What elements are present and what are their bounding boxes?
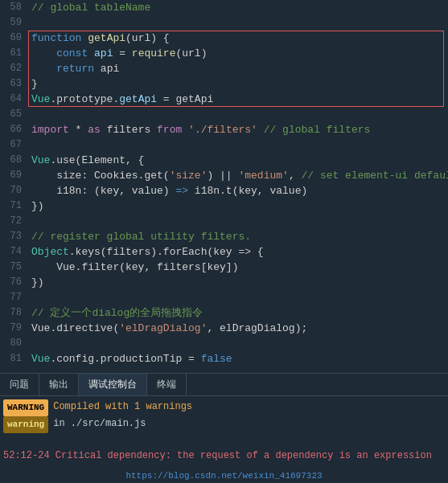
code-line-71: 71 }) <box>0 199 448 214</box>
line-num: 74 <box>0 244 28 260</box>
code-line-75: 75 Vue.filter(key, filters[key]) <box>0 260 448 275</box>
line-num: 65 <box>0 107 28 122</box>
line-content: return api <box>28 61 448 76</box>
watermark-url: https://blog.csdn.net/weixin_41697323 <box>125 471 322 481</box>
line-num: 68 <box>0 153 28 168</box>
tab-label: 终端 <box>157 378 176 391</box>
line-content: } <box>28 76 448 92</box>
console-line-1: WARNING Compiled with 1 warnings <box>0 399 448 416</box>
line-num: 75 <box>0 260 28 275</box>
line-num: 80 <box>0 336 28 351</box>
line-content: Vue.config.productionTip = false <box>28 351 448 366</box>
line-content: i18n: (key, value) => i18n.t(key, value) <box>28 183 448 199</box>
watermark: https://blog.csdn.net/weixin_41697323 <box>0 469 448 483</box>
code-line-68: 68 Vue.use(Element, { <box>0 153 448 168</box>
line-num: 69 <box>0 168 28 183</box>
code-line-65: 65 <box>0 107 448 122</box>
line-num: 62 <box>0 61 28 76</box>
line-num: 61 <box>0 46 28 61</box>
code-line-61: 61 const api = require(url) <box>0 46 448 61</box>
line-num: 81 <box>0 351 28 366</box>
code-line-66: 66 import * as filters from './filters' … <box>0 122 448 137</box>
line-content: }) <box>28 199 448 214</box>
console-line-4: 52:12-24 Critical dependency: the reques… <box>0 448 448 464</box>
line-content: // 定义一个dialog的全局拖拽指令 <box>28 305 448 321</box>
line-content: }) <box>28 275 448 290</box>
console-line-2: warning in ./src/main.js <box>0 416 448 433</box>
line-content: Vue.use(Element, { <box>28 153 448 168</box>
code-editor: 58 // global tableName 59 60 function ge… <box>0 0 448 373</box>
line-num: 79 <box>0 321 28 336</box>
line-num: 66 <box>0 122 28 137</box>
tab-problems[interactable]: 问题 <box>0 374 39 395</box>
console-text-warning: Compiled with 1 warnings <box>53 399 192 415</box>
tab-terminal[interactable]: 终端 <box>147 374 187 395</box>
code-line-70: 70 i18n: (key, value) => i18n.t(key, val… <box>0 183 448 199</box>
line-content: const api = require(url) <box>28 46 448 61</box>
line-content: size: Cookies.get('size') || 'medium', /… <box>28 168 448 183</box>
tab-debug-console[interactable]: 调试控制台 <box>79 374 147 395</box>
code-line-72: 72 <box>0 214 448 229</box>
console-content: WARNING Compiled with 1 warnings warning… <box>0 396 448 469</box>
code-line-60: 60 function getApi(url) { <box>0 31 448 46</box>
code-line-64: 64 Vue.prototype.getApi = getApi <box>0 92 448 107</box>
code-line-79: 79 Vue.directive('elDragDialog', elDragD… <box>0 321 448 336</box>
line-num: 67 <box>0 137 28 153</box>
line-content: // global tableName <box>28 0 448 15</box>
code-line-58: 58 // global tableName <box>0 0 448 15</box>
code-line-77: 77 <box>0 290 448 305</box>
tab-label: 调试控制台 <box>88 378 137 391</box>
line-num: 70 <box>0 183 28 199</box>
line-num: 64 <box>0 92 28 107</box>
line-num: 76 <box>0 275 28 290</box>
line-content: Vue.filter(key, filters[key]) <box>28 260 448 275</box>
comment: // global tableName <box>31 2 150 14</box>
line-content: Object.keys(filters).forEach(key => { <box>28 244 448 260</box>
warning-small-badge: warning <box>3 416 48 433</box>
line-content: // register global utility filters. <box>28 229 448 244</box>
code-line-81: 81 Vue.config.productionTip = false <box>0 351 448 366</box>
line-content: Vue.directive('elDragDialog', elDragDial… <box>28 321 448 336</box>
line-num: 59 <box>0 15 28 31</box>
code-line-62: 62 return api <box>0 61 448 76</box>
line-num: 63 <box>0 76 28 92</box>
bottom-panel: 问题 输出 调试控制台 终端 WARNING Compiled with 1 w… <box>0 373 448 483</box>
tab-label: 问题 <box>10 378 29 391</box>
empty-line <box>3 433 9 448</box>
code-line-63: 63 } <box>0 76 448 92</box>
line-num: 58 <box>0 0 28 15</box>
tab-label: 输出 <box>49 378 68 391</box>
code-line-74: 74 Object.keys(filters).forEach(key => { <box>0 244 448 260</box>
error-text: 52:12-24 Critical dependency: the reques… <box>3 448 432 464</box>
console-line-3 <box>0 433 448 448</box>
code-line-69: 69 size: Cookies.get('size') || 'medium'… <box>0 168 448 183</box>
code-line-76: 76 }) <box>0 275 448 290</box>
code-line-78: 78 // 定义一个dialog的全局拖拽指令 <box>0 305 448 321</box>
line-content: import * as filters from './filters' // … <box>28 122 448 137</box>
code-line-67: 67 <box>0 137 448 153</box>
tab-output[interactable]: 输出 <box>39 374 79 395</box>
console-path: in ./src/main.js <box>53 416 146 432</box>
line-content: Vue.prototype.getApi = getApi <box>28 92 448 107</box>
warning-badge: WARNING <box>3 399 48 416</box>
line-num: 77 <box>0 290 28 305</box>
code-line-80: 80 <box>0 336 448 351</box>
line-content: function getApi(url) { <box>28 31 448 46</box>
line-num: 71 <box>0 199 28 214</box>
line-num: 60 <box>0 31 28 46</box>
line-num: 78 <box>0 305 28 321</box>
tabs-bar: 问题 输出 调试控制台 终端 <box>0 374 448 396</box>
line-num: 72 <box>0 214 28 229</box>
code-line-73: 73 // register global utility filters. <box>0 229 448 244</box>
line-num: 73 <box>0 229 28 244</box>
code-line-59: 59 <box>0 15 448 31</box>
